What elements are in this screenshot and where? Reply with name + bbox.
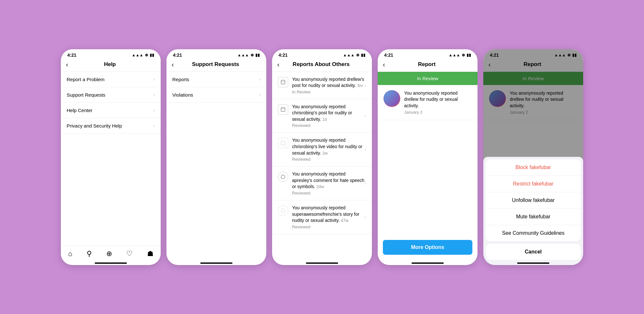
mute-button[interactable]: Mute fakefubar (486, 209, 581, 225)
story-icon (278, 205, 288, 216)
wifi-icon: ⊛ (145, 53, 148, 57)
svg-rect-0 (281, 80, 285, 84)
home-indicator-5 (517, 262, 549, 264)
page-title-4: Report (388, 61, 466, 68)
report-item-4[interactable]: You anonymously reported apresley's comm… (272, 167, 372, 200)
community-guidelines-button[interactable]: See Community Guidelines (486, 225, 581, 241)
status-icons-4: ▲▲▲ ⊛ ▮▮ (449, 53, 471, 57)
phone-report-detail: 4:21 ▲▲▲ ⊛ ▮▮ ‹ Report In Review You ano… (378, 49, 478, 265)
chevron-icon: › (153, 77, 155, 82)
battery-icon: ▮▮ (150, 53, 154, 57)
report-status-4: Reviewed (292, 191, 365, 195)
support-list: Reports › Violations › (166, 72, 266, 260)
comment-icon (278, 172, 288, 182)
list-item-label: Violations (172, 92, 259, 98)
report-item-2[interactable]: You anonymously reported chrisrobinp's p… (272, 99, 372, 133)
report-status-3: Reviewed (292, 157, 365, 162)
battery-icon: ▮▮ (255, 53, 260, 57)
signal-icon: ▲▲▲ (343, 53, 355, 57)
more-options-button[interactable]: More Options (383, 240, 472, 255)
svg-point-5 (281, 175, 285, 179)
nav-bar-1: ‹ Help (61, 59, 161, 72)
time-2: 4:21 (173, 52, 182, 58)
report-text-1: You anonymously reported drellew's post … (292, 76, 365, 89)
chevron-icon: › (153, 123, 155, 128)
home-indicator-3 (306, 262, 338, 264)
status-bar-3: 4:21 ▲▲▲ ⊛ ▮▮ (272, 49, 372, 59)
chevron-icon: › (259, 77, 260, 82)
time-1: 4:21 (67, 52, 76, 58)
report-item-3[interactable]: You anonymously reported chrisrobinp's l… (272, 133, 372, 167)
home-indicator-2 (200, 262, 232, 264)
restrict-button[interactable]: Restrict fakefubar (486, 176, 581, 192)
list-item-label: Privacy and Security Help (67, 123, 153, 128)
list-item-label: Report a Problem (67, 77, 153, 82)
wifi-icon: ⊛ (251, 53, 254, 57)
avatar (384, 90, 400, 107)
reports-list: You anonymously reported drellew's post … (272, 72, 372, 260)
report-content-5: You anonymously reported superawesomefre… (292, 205, 365, 229)
report-text-3: You anonymously reported chrisrobinp's l… (292, 137, 365, 156)
back-button-2[interactable]: ‹ (172, 61, 174, 68)
nav-bar-3: ‹ Reports About Others (272, 59, 372, 72)
svg-rect-2 (281, 108, 285, 111)
heart-icon[interactable]: ♡ (126, 250, 133, 258)
report-content-2: You anonymously reported chrisrobinp's p… (292, 104, 365, 128)
signal-icon: ▲▲▲ (132, 53, 143, 57)
report-status-2: Reviewed (292, 123, 365, 128)
report-text-2: You anonymously reported chrisrobinp's p… (292, 104, 365, 123)
report-detail-content: You anonymously reported drellew for nud… (378, 85, 478, 120)
report-description: You anonymously reported drellew for nud… (404, 90, 472, 109)
back-button-1[interactable]: ‹ (66, 61, 68, 68)
phone-action-sheet: 4:21 ▲▲▲ ⊛ ▮▮ ‹ Report In Review You ano… (483, 49, 583, 265)
back-button-3[interactable]: ‹ (277, 61, 279, 68)
svg-point-6 (281, 209, 285, 213)
phone-help: 4:21 ▲▲▲ ⊛ ▮▮ ‹ Help Report a Problem › … (61, 49, 161, 265)
time-4: 4:21 (384, 52, 393, 58)
list-item-help-center[interactable]: Help Center › (61, 103, 161, 118)
report-date: January 2 (404, 110, 472, 115)
in-review-banner: In Review (378, 72, 478, 85)
add-icon[interactable]: ⊕ (106, 250, 112, 258)
phones-container: 4:21 ▲▲▲ ⊛ ▮▮ ‹ Help Report a Problem › … (61, 49, 583, 265)
chevron-icon: › (365, 214, 366, 220)
action-sheet-overlay: Block fakefubar Restrict fakefubar Unfol… (483, 49, 583, 265)
list-item-report-problem[interactable]: Report a Problem › (61, 72, 161, 87)
post-icon-1 (278, 77, 288, 87)
report-detail-text: You anonymously reported drellew for nud… (404, 90, 472, 115)
action-sheet: Block fakefubar Restrict fakefubar Unfol… (483, 157, 583, 265)
block-button[interactable]: Block fakefubar (486, 159, 581, 176)
cancel-button[interactable]: Cancel (486, 244, 581, 260)
report-text-4: You anonymously reported apresley's comm… (292, 171, 365, 190)
status-icons-2: ▲▲▲ ⊛ ▮▮ (237, 53, 260, 57)
status-bar-2: 4:21 ▲▲▲ ⊛ ▮▮ (166, 49, 266, 59)
report-content-4: You anonymously reported apresley's comm… (292, 171, 365, 195)
status-bar-1: 4:21 ▲▲▲ ⊛ ▮▮ (61, 49, 161, 59)
signal-icon: ▲▲▲ (237, 53, 249, 57)
list-item-privacy-security[interactable]: Privacy and Security Help › (61, 118, 161, 134)
chevron-icon: › (153, 108, 155, 113)
list-item-reports[interactable]: Reports › (166, 72, 266, 87)
search-icon[interactable]: ⚲ (87, 250, 92, 258)
list-item-support-requests[interactable]: Support Requests › (61, 87, 161, 103)
avatar-image (384, 91, 400, 106)
back-button-4[interactable]: ‹ (383, 61, 385, 68)
status-icons-1: ▲▲▲ ⊛ ▮▮ (132, 53, 154, 57)
report-item-1[interactable]: You anonymously reported drellew's post … (272, 72, 372, 99)
unfollow-button[interactable]: Unfollow fakefubar (486, 192, 581, 209)
post-icon-2 (278, 104, 288, 115)
report-status-1: In Review (292, 90, 365, 94)
home-indicator (95, 262, 127, 264)
home-icon[interactable]: ⌂ (68, 250, 72, 258)
spacer (378, 120, 478, 234)
report-item-5[interactable]: You anonymously reported superawesomefre… (272, 200, 372, 234)
report-content-3: You anonymously reported chrisrobinp's l… (292, 137, 365, 162)
list-item-violations[interactable]: Violations › (166, 87, 266, 103)
profile-icon[interactable]: ☗ (147, 250, 154, 258)
nav-bar-4: ‹ Report (378, 59, 478, 72)
phone-support-requests: 4:21 ▲▲▲ ⊛ ▮▮ ‹ Support Requests Reports… (166, 49, 266, 265)
chevron-icon: › (365, 83, 366, 88)
nav-bar-2: ‹ Support Requests (166, 59, 266, 72)
battery-icon: ▮▮ (467, 53, 471, 57)
report-status-5: Reviewed (292, 224, 365, 229)
